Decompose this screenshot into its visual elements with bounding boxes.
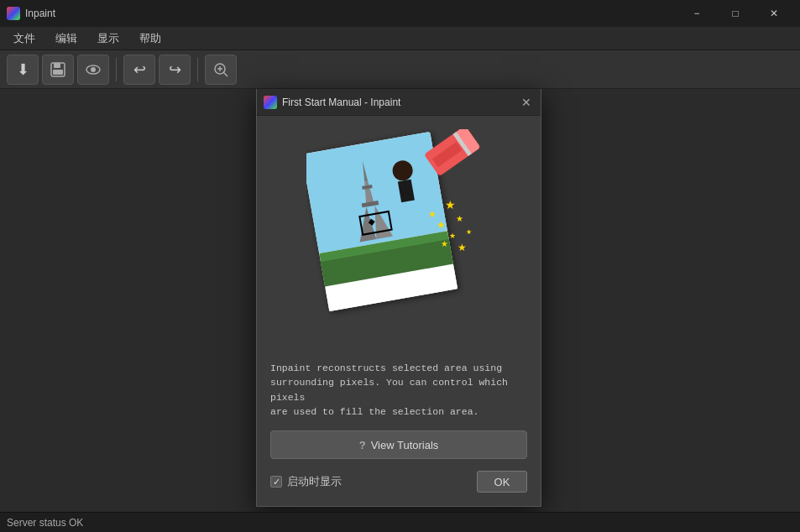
- maximize-button[interactable]: □: [716, 0, 755, 27]
- svg-point-4: [91, 67, 96, 72]
- tutorials-label: View Tutorials: [371, 439, 439, 451]
- title-bar: Inpaint − □ ✕: [0, 0, 800, 27]
- preview-button[interactable]: [77, 55, 109, 85]
- save-button[interactable]: [42, 55, 74, 85]
- toolbar: ⬇ ↩ ↪: [0, 50, 800, 89]
- modal-titlebar: First Start Manual - Inpaint ✕: [257, 89, 541, 116]
- illustration: ★ ★ ★ ★ ★ ★ ★ ★: [306, 129, 491, 347]
- startup-checkbox-row: ✓ 启动时显示: [270, 474, 342, 489]
- toolbar-separator-1: [116, 58, 117, 81]
- startup-checkbox[interactable]: ✓: [270, 476, 282, 488]
- svg-text:★: ★: [441, 239, 448, 248]
- menu-edit[interactable]: 编辑: [45, 28, 87, 50]
- menu-view[interactable]: 显示: [87, 28, 129, 50]
- download-button[interactable]: ⬇: [7, 55, 39, 85]
- modal-icon: [264, 96, 277, 109]
- status-text: Server status OK: [7, 517, 83, 529]
- svg-text:★: ★: [466, 228, 472, 236]
- svg-text:★: ★: [449, 232, 456, 240]
- window-controls: − □ ✕: [677, 0, 793, 27]
- modal-body: ★ ★ ★ ★ ★ ★ ★ ★: [257, 116, 541, 506]
- toolbar-separator-2: [197, 58, 198, 81]
- svg-rect-2: [53, 70, 63, 75]
- check-mark-icon: ✓: [273, 477, 280, 488]
- startup-label: 启动时显示: [287, 474, 342, 489]
- app-icon: [7, 7, 20, 20]
- menu-bar: 文件 编辑 显示 帮助: [0, 27, 800, 50]
- svg-line-6: [223, 72, 227, 76]
- tutorials-icon: ?: [359, 439, 366, 451]
- modal-dialog: First Start Manual - Inpaint ✕: [256, 89, 541, 507]
- svg-text:★: ★: [458, 242, 467, 253]
- description-text: Inpaint reconstructs selected area using…: [270, 361, 527, 419]
- close-button[interactable]: ✕: [755, 0, 793, 27]
- svg-text:★: ★: [437, 219, 446, 231]
- modal-bottom: ✓ 启动时显示 OK: [270, 471, 527, 493]
- menu-help[interactable]: 帮助: [129, 28, 171, 50]
- menu-file[interactable]: 文件: [3, 28, 45, 50]
- tutorials-button[interactable]: ? View Tutorials: [270, 430, 527, 459]
- svg-text:★: ★: [445, 198, 456, 211]
- ok-button[interactable]: OK: [477, 471, 527, 493]
- svg-text:★: ★: [428, 209, 437, 219]
- redo-button[interactable]: ↪: [159, 55, 191, 85]
- zoom-button[interactable]: [205, 55, 237, 85]
- modal-close-button[interactable]: ✕: [519, 95, 534, 110]
- modal-title: First Start Manual - Inpaint: [282, 96, 514, 108]
- svg-text:★: ★: [456, 214, 463, 223]
- undo-button[interactable]: ↩: [123, 55, 155, 85]
- minimize-button[interactable]: −: [677, 0, 716, 27]
- app-title: Inpaint: [25, 8, 672, 19]
- main-content: First Start Manual - Inpaint ✕: [0, 89, 800, 532]
- svg-rect-1: [54, 63, 60, 68]
- status-bar: Server status OK: [0, 512, 800, 532]
- modal-overlay: First Start Manual - Inpaint ✕: [0, 89, 800, 532]
